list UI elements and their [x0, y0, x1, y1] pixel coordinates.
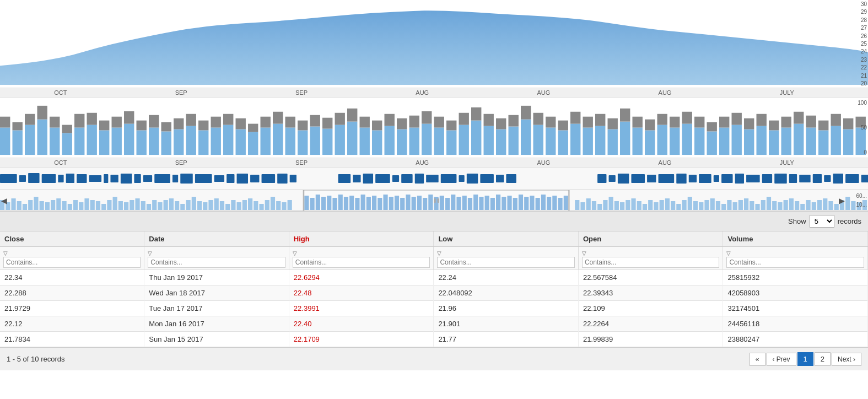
svg-rect-32 — [198, 130, 208, 155]
svg-rect-112 — [694, 128, 704, 155]
svg-rect-330 — [750, 201, 754, 210]
svg-rect-321 — [699, 202, 703, 210]
svg-rect-120 — [744, 129, 754, 155]
filter-low-input[interactable] — [437, 257, 575, 268]
table-cell: 22.109 — [578, 301, 723, 316]
scroll-right-btn[interactable]: ▶ — [838, 196, 846, 205]
filter-volume-input[interactable] — [726, 257, 864, 268]
filter-close[interactable]: ▽ — [0, 247, 144, 270]
data-table: Close Date High Low Open Volume ▽ ▽ ▽ ▽ — [0, 231, 868, 347]
filter-high-input[interactable] — [293, 257, 430, 268]
svg-rect-192 — [774, 174, 787, 184]
svg-rect-102 — [633, 128, 643, 155]
svg-rect-328 — [738, 200, 743, 210]
svg-rect-66 — [409, 128, 419, 155]
svg-rect-332 — [761, 200, 765, 210]
svg-rect-238 — [214, 198, 219, 210]
filter-low[interactable]: ▽ — [434, 247, 579, 270]
svg-rect-320 — [693, 201, 698, 210]
filter-date-input[interactable] — [148, 257, 285, 268]
svg-rect-337 — [789, 198, 794, 210]
filter-volume[interactable]: ▽ — [723, 247, 868, 270]
svg-rect-168 — [392, 175, 399, 182]
svg-rect-304 — [603, 200, 607, 210]
svg-rect-78 — [484, 126, 494, 155]
show-label: Show — [788, 217, 806, 225]
navigator-area[interactable]: 60... 10... ◀ ▶ — [0, 168, 868, 212]
svg-rect-8 — [50, 128, 60, 155]
svg-rect-207 — [40, 201, 44, 210]
svg-rect-224 — [135, 198, 139, 210]
svg-rect-312 — [648, 200, 653, 210]
svg-rect-5 — [25, 114, 35, 125]
svg-rect-221 — [118, 201, 123, 210]
svg-rect-322 — [704, 200, 709, 210]
svg-rect-101 — [620, 109, 630, 122]
svg-rect-182 — [647, 175, 656, 182]
svg-rect-95 — [583, 117, 593, 128]
svg-rect-339 — [800, 204, 805, 210]
table-cell: Wed Jan 18 2017 — [144, 285, 289, 301]
svg-rect-191 — [762, 174, 772, 183]
filter-high[interactable]: ▽ — [289, 247, 434, 270]
svg-rect-58 — [360, 128, 370, 155]
svg-rect-55 — [335, 113, 345, 125]
data-table-section: Show 5 10 25 50 records Close Date High … — [0, 212, 868, 370]
filter-open-input[interactable] — [582, 257, 720, 268]
page-1-btn[interactable]: 1 — [797, 352, 813, 366]
per-page-select[interactable]: 5 10 25 50 — [810, 215, 834, 228]
table-cell: 22.12 — [0, 316, 144, 332]
area-chart: 30 29 28 27 26 25 24 23 22 21 20 — [0, 0, 868, 88]
svg-rect-216 — [90, 200, 95, 210]
svg-rect-180 — [618, 174, 629, 184]
svg-rect-123 — [757, 114, 767, 126]
svg-rect-219 — [107, 200, 111, 210]
svg-rect-148 — [104, 174, 108, 183]
svg-rect-248 — [271, 197, 275, 210]
svg-rect-220 — [113, 197, 117, 210]
table-cell: Tue Jan 17 2017 — [144, 301, 289, 316]
svg-rect-131 — [806, 116, 816, 128]
svg-rect-13 — [74, 114, 84, 128]
svg-rect-23 — [137, 121, 147, 131]
svg-rect-223 — [130, 200, 134, 210]
svg-rect-159 — [237, 174, 248, 184]
svg-rect-52 — [322, 128, 332, 155]
svg-rect-309 — [631, 198, 635, 210]
first-page-btn[interactable]: « — [750, 353, 765, 366]
table-row: 22.288Wed Jan 18 201722.4822.04809222.39… — [0, 285, 868, 301]
svg-rect-92 — [570, 124, 580, 155]
svg-rect-193 — [789, 174, 797, 183]
table-cell: 21.9729 — [0, 301, 144, 316]
table-cell: 21.96 — [434, 301, 579, 316]
svg-rect-303 — [597, 204, 602, 210]
filter-open[interactable]: ▽ — [578, 247, 723, 270]
scroll-left-btn[interactable]: ◀ — [0, 196, 8, 205]
svg-rect-74 — [459, 125, 469, 155]
table-cell: 21.77 — [434, 332, 579, 347]
col-open: Open — [578, 231, 723, 247]
prev-page-btn[interactable]: ‹ Prev — [767, 353, 796, 366]
page-2-btn[interactable]: 2 — [815, 352, 831, 366]
svg-rect-326 — [727, 200, 731, 210]
svg-rect-82 — [509, 127, 519, 155]
table-cell: 42058903 — [723, 285, 868, 301]
svg-rect-175 — [480, 174, 494, 183]
svg-rect-76 — [471, 121, 481, 155]
svg-rect-172 — [441, 174, 457, 183]
svg-rect-338 — [795, 201, 799, 210]
svg-rect-331 — [755, 204, 759, 210]
svg-rect-106 — [657, 125, 667, 155]
svg-rect-146 — [77, 174, 87, 183]
svg-rect-235 — [197, 201, 202, 210]
pagination-controls: « ‹ Prev 1 2 Next › — [750, 352, 861, 366]
svg-rect-226 — [147, 204, 151, 210]
svg-rect-327 — [733, 202, 737, 210]
filter-close-input[interactable] — [3, 257, 141, 268]
table-cell: 22.39343 — [578, 285, 723, 301]
svg-rect-194 — [799, 175, 810, 182]
svg-rect-341 — [812, 202, 816, 210]
next-page-btn[interactable]: Next › — [832, 353, 861, 366]
filter-date[interactable]: ▽ — [144, 247, 289, 270]
svg-rect-17 — [99, 121, 109, 131]
